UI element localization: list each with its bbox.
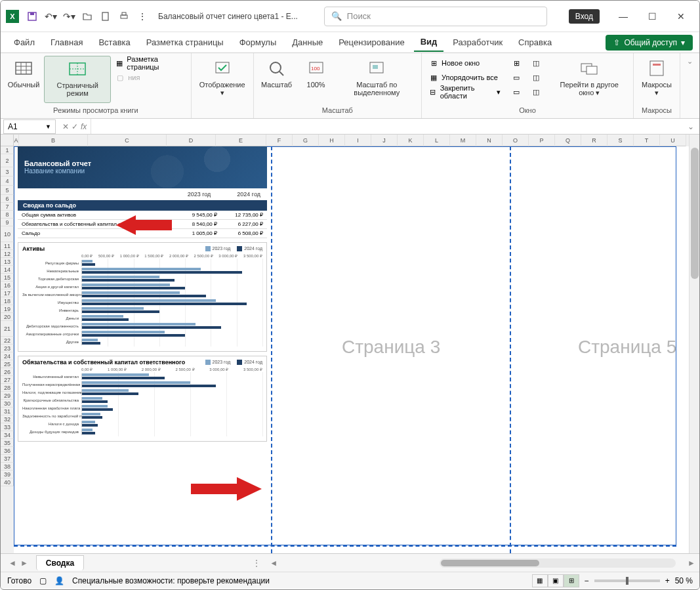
scroll-right-icon[interactable]: ► [684,558,699,568]
enter-formula-icon[interactable]: ✓ [72,122,78,131]
page-break-mode-icon[interactable]: ⊞ [564,574,579,587]
col-header[interactable]: M [450,135,476,146]
zoom-slider[interactable] [594,579,660,582]
redo-icon[interactable]: ↷▾ [61,9,77,24]
col-header[interactable]: J [371,135,398,146]
zoom-button[interactable]: Масштаб [258,56,296,103]
horizontal-scrollbar[interactable] [440,558,676,568]
zoom-out-icon[interactable]: − [585,576,589,585]
tab-page-layout[interactable]: Разметка страницы [140,33,230,51]
tab-insert[interactable]: Вставка [92,33,136,51]
col-header[interactable]: O [503,135,529,146]
tab-home[interactable]: Главная [44,33,89,51]
new-icon[interactable] [98,9,113,24]
name-box[interactable]: A1 ▼ [3,119,56,134]
row-header[interactable]: 2 [1,154,14,167]
col-header[interactable]: E [216,135,266,146]
page-break-vertical-1[interactable] [271,146,272,553]
sync-icon-1[interactable]: ◫ [528,56,544,70]
row-header[interactable]: 16 [1,282,14,289]
tab-help[interactable]: Справка [512,33,558,51]
col-header[interactable]: P [529,135,555,146]
normal-mode-icon[interactable]: ▦ [532,574,548,587]
maximize-button[interactable]: ☐ [639,3,665,30]
new-window-button[interactable]: ⊞Новое окно [426,56,503,70]
show-button[interactable]: Отображение▾ [196,56,249,103]
col-header[interactable]: F [266,135,293,146]
row-header[interactable]: 14 [1,266,14,274]
zoom-handle[interactable] [626,577,628,585]
arrange-button[interactable]: ▦Упорядочить все [426,70,503,85]
row-header[interactable]: 22 [1,337,14,345]
tab-file[interactable]: Файл [7,33,41,51]
macro-record-icon[interactable]: ▢ [39,576,47,585]
row-header[interactable]: 6 [1,195,14,203]
row-header[interactable]: 31 [1,408,14,415]
freeze-button[interactable]: ⊟Закрепить области ▾ [426,85,503,99]
scroll-left-icon[interactable]: ◄ [266,558,281,568]
row-header[interactable]: 27 [1,376,14,384]
col-header[interactable]: S [607,135,634,146]
row-header[interactable]: 18 [1,297,14,305]
col-header[interactable]: Q [555,135,581,146]
col-header[interactable]: N [476,135,503,146]
close-button[interactable]: ✕ [668,3,694,30]
page-layout-mode-icon[interactable]: ▣ [548,574,564,587]
row-header[interactable]: 29 [1,392,14,400]
col-header[interactable]: R [581,135,607,146]
row-header[interactable]: 11 [1,242,14,250]
cancel-formula-icon[interactable]: ✕ [62,122,69,131]
row-header[interactable]: 33 [1,423,14,431]
search-box[interactable]: 🔍 Поиск [324,7,547,26]
col-header[interactable]: C [88,135,167,146]
row-header[interactable]: 8 [1,211,14,219]
row-header[interactable]: 32 [1,415,14,423]
row-header[interactable]: 4 [1,177,14,186]
row-header[interactable]: 24 [1,352,14,360]
tab-review[interactable]: Рецензирование [332,33,411,51]
tab-nav-prev[interactable]: ◄ [9,558,16,568]
row-header[interactable]: 5 [1,186,14,195]
row-header[interactable]: 3 [1,167,14,177]
tab-view[interactable]: Вид [414,33,444,52]
col-header[interactable]: D [167,135,216,146]
minimize-button[interactable]: — [610,3,636,30]
vertical-scrollbar[interactable] [689,135,699,553]
row-header[interactable]: 19 [1,305,14,313]
qat-more-icon[interactable]: ⋮ [134,9,150,24]
switch-window-button[interactable]: Перейти в другое окно ▾ [549,56,629,103]
tab-split-handle[interactable]: ⋮ [253,558,260,568]
row-header[interactable]: 35 [1,439,14,447]
row-header[interactable]: 40 [1,478,14,486]
sync-icon-3[interactable]: ◫ [528,85,544,99]
split-icon[interactable]: ⊞ [508,56,524,70]
select-all-corner[interactable] [1,135,14,146]
row-header[interactable]: 28 [1,384,14,392]
accessibility-icon[interactable]: 👤 [54,576,64,585]
print-icon[interactable] [116,9,132,24]
undo-icon[interactable]: ↶▾ [43,9,58,24]
sheet-canvas[interactable]: Страница 3 Страница 5 Балансовый отчет Н… [14,146,699,553]
share-button[interactable]: ⇧ Общий доступ ▾ [606,35,693,51]
col-header[interactable]: H [319,135,345,146]
unhide-icon[interactable]: ▭ [508,85,524,99]
row-header[interactable]: 38 [1,463,14,471]
tab-data[interactable]: Данные [285,33,329,51]
sheet-tab-active[interactable]: Сводка [36,555,84,570]
row-header[interactable]: 12 [1,250,14,258]
page-break-horizontal[interactable] [14,545,676,547]
page-break-vertical-2[interactable] [510,146,511,553]
row-header[interactable]: 10 [1,226,14,242]
col-header[interactable]: G [293,135,319,146]
sync-icon-2[interactable]: ◫ [528,70,544,85]
col-header[interactable]: A [14,135,19,146]
row-header[interactable]: 25 [1,360,14,368]
zoom-value[interactable]: 50 % [675,576,693,585]
col-header[interactable]: I [345,135,371,146]
col-header[interactable]: T [634,135,660,146]
expand-formula-icon[interactable]: ⌄ [682,122,699,131]
page-layout-button[interactable]: ▦ Разметка страницы [112,56,186,70]
collapse-ribbon-icon[interactable]: ⌄ [680,53,699,118]
row-header[interactable]: 37 [1,455,14,463]
formula-input[interactable] [91,119,682,134]
